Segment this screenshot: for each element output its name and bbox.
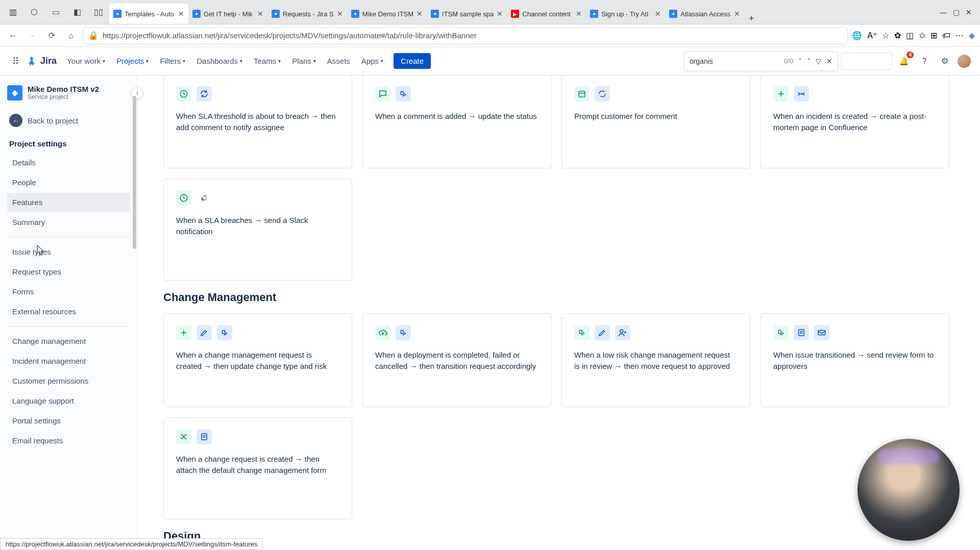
back-to-project[interactable]: ← Back to project <box>7 108 130 133</box>
sidebar-item-issue-types[interactable]: Issue types <box>7 242 130 261</box>
tab-atlassian-access[interactable]: ✦Atlassian Access✕ <box>665 4 744 24</box>
nav-projects[interactable]: Projects▾ <box>112 55 153 67</box>
url-input[interactable] <box>103 31 842 40</box>
nav-your-work[interactable]: Your work▾ <box>63 55 109 67</box>
refresh-button[interactable]: ⟳ <box>44 28 59 43</box>
template-card[interactable]: When a change management request is crea… <box>163 313 352 407</box>
template-card[interactable]: Prompt customer for comment <box>561 76 750 168</box>
template-card[interactable]: When a SLA breaches → send a Slack notif… <box>163 179 352 281</box>
maximize-icon[interactable]: ▢ <box>953 8 960 16</box>
tab-requests[interactable]: ✦Requests - Jira S✕ <box>267 4 347 24</box>
sidebar-item-details[interactable]: Details <box>7 153 130 172</box>
reader-icon[interactable]: A⁺ <box>867 31 877 40</box>
nav-dashboards[interactable]: Dashboards▾ <box>192 55 247 67</box>
sidebar-item-language-support[interactable]: Language support <box>7 391 130 410</box>
template-card[interactable]: When a comment is added → update the sta… <box>362 76 551 168</box>
app-switcher-icon[interactable]: ⠿ <box>8 54 23 69</box>
scrollbar-thumb[interactable] <box>133 96 136 249</box>
find-prev-icon[interactable]: ˄ <box>798 57 802 65</box>
browser-tabs: ✦Templates - Auto✕ ✦Get IT help - Mik✕ ✦… <box>109 0 934 24</box>
close-icon[interactable]: ✕ <box>497 10 503 18</box>
sidebar-item-request-types[interactable]: Request types <box>7 262 130 281</box>
tab-actions-icon[interactable]: ▭ <box>48 5 63 20</box>
find-filter-icon[interactable]: ▽ <box>816 57 821 65</box>
notifications-icon[interactable]: 🔔4 <box>895 53 913 70</box>
close-icon[interactable]: ✕ <box>178 10 184 18</box>
sidebar-item-forms[interactable]: Forms <box>7 282 130 301</box>
close-icon[interactable]: ✕ <box>655 10 661 18</box>
jira-search[interactable] <box>841 53 892 70</box>
nav-label: Your work <box>67 57 101 65</box>
template-card[interactable]: When a change request is created → then … <box>163 417 352 519</box>
shopping-icon[interactable]: 🏷 <box>942 31 950 40</box>
tab-get-it-help[interactable]: ✦Get IT help - Mik✕ <box>188 4 267 24</box>
back-button[interactable]: ← <box>5 28 20 43</box>
translate-icon[interactable]: 🌐 <box>852 31 862 40</box>
find-close-icon[interactable]: ✕ <box>826 57 832 65</box>
edge-menu-icon[interactable]: ▥ <box>5 5 20 20</box>
template-card[interactable]: When SLA threshold is about to breach → … <box>163 76 352 168</box>
template-card[interactable]: When issue transitioned → send review fo… <box>761 313 949 407</box>
sidebar-item-summary[interactable]: Summary <box>7 213 130 232</box>
tab-itsm-sample[interactable]: ✦ITSM sample spa✕ <box>427 4 507 24</box>
svg-rect-5 <box>205 197 207 201</box>
comment-icon <box>375 86 390 102</box>
copilot-icon[interactable]: ◆ <box>969 31 975 40</box>
settings-icon[interactable]: ⚙ <box>936 53 953 70</box>
sidebar-item-incident-management[interactable]: Incident management <box>7 352 130 370</box>
project-header[interactable]: ◆ Mike Demo ITSM v2 Service project <box>7 82 130 108</box>
home-button[interactable]: ⌂ <box>63 28 79 43</box>
find-next-icon[interactable]: ˅ <box>807 57 811 65</box>
close-icon[interactable]: ✕ <box>416 10 423 18</box>
template-card[interactable]: When an incident is created → create a p… <box>761 76 949 168</box>
sidebar-item-email-requests[interactable]: Email requests <box>7 431 130 450</box>
chevron-down-icon: ▾ <box>240 58 242 64</box>
nav-teams[interactable]: Teams▾ <box>250 55 285 67</box>
url-box[interactable]: 🔒 <box>83 27 848 44</box>
find-input[interactable] <box>690 57 779 65</box>
help-icon[interactable]: ? <box>916 53 933 70</box>
close-icon[interactable]: ✕ <box>576 10 582 18</box>
ext-puzzle-icon[interactable]: ✿ <box>894 31 901 40</box>
split-screen-icon[interactable]: ◫ <box>906 31 914 40</box>
more-icon[interactable]: ⋯ <box>955 31 964 40</box>
nav-plans[interactable]: Plans▾ <box>288 55 320 67</box>
tab-sign-up[interactable]: ✦Sign up - Try Atl✕ <box>586 4 665 24</box>
close-window-icon[interactable]: ✕ <box>966 8 972 16</box>
minimize-icon[interactable]: — <box>940 8 947 16</box>
favorite-icon[interactable]: ☆ <box>882 31 889 40</box>
collections-bar-icon[interactable]: ▯▯ <box>91 5 106 20</box>
nav-filters[interactable]: Filters▾ <box>156 55 189 67</box>
sidebar-item-change-management[interactable]: Change management <box>7 332 130 351</box>
jira-logo[interactable]: Jira <box>26 56 57 67</box>
close-icon[interactable]: ✕ <box>337 10 343 18</box>
tab-templates[interactable]: ✦Templates - Auto✕ <box>109 4 188 24</box>
sidebar-item-people[interactable]: People <box>7 173 130 192</box>
nav-apps[interactable]: Apps▾ <box>357 55 387 67</box>
project-icon: ◆ <box>7 85 22 101</box>
email-icon <box>814 325 829 340</box>
tab-mike-demo[interactable]: ✦Mike Demo ITSM✕ <box>347 4 427 24</box>
template-card[interactable]: When a deployment is completed, failed o… <box>362 313 551 407</box>
workspaces-icon[interactable]: ⬡ <box>27 5 42 20</box>
sidebar-item-customer-permissions[interactable]: Customer permissions <box>7 371 130 390</box>
sidebar-item-portal-settings[interactable]: Portal settings <box>7 411 130 430</box>
nav-assets[interactable]: Assets <box>323 55 354 67</box>
transition-icon <box>396 86 411 102</box>
tab-channel-content[interactable]: ▶Channel content✕ <box>507 4 586 24</box>
tab-label: Mike Demo ITSM <box>362 10 413 18</box>
template-card[interactable]: When a low risk change management reques… <box>561 313 750 407</box>
favorites-bar-icon[interactable]: ✩ <box>919 31 925 40</box>
collections-icon[interactable]: ⊞ <box>930 31 937 40</box>
user-avatar[interactable] <box>957 54 972 69</box>
create-button[interactable]: Create <box>394 53 431 69</box>
plus-icon <box>176 325 191 340</box>
close-icon[interactable]: ✕ <box>734 10 740 18</box>
close-icon[interactable]: ✕ <box>257 10 263 18</box>
sidebar-item-features[interactable]: Features <box>7 193 130 212</box>
lock-icon[interactable]: 🔒 <box>88 31 99 40</box>
sidebar-scrollbar[interactable] <box>132 81 137 550</box>
new-tab-button[interactable]: + <box>744 13 758 24</box>
vertical-tabs-icon[interactable]: ◧ <box>69 5 85 20</box>
sidebar-item-external-resources[interactable]: External resources <box>7 302 130 321</box>
